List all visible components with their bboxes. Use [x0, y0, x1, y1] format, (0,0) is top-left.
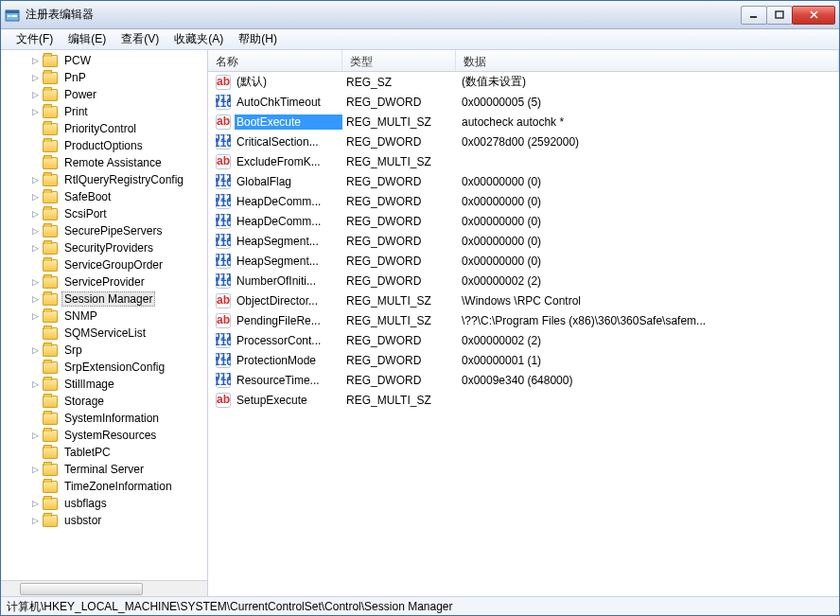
tree-item[interactable]: ▷SafeBoot [5, 188, 207, 205]
tree-item[interactable]: ▷Terminal Server [5, 461, 207, 478]
tree-item[interactable]: SQMServiceList [5, 325, 207, 342]
menu-file[interactable]: 文件(F) [9, 29, 61, 49]
value-data: 0x00000000 (0) [456, 195, 839, 208]
scrollbar-thumb[interactable] [20, 583, 143, 595]
tree-item[interactable]: SrpExtensionConfig [5, 359, 207, 376]
reg-binary-icon [216, 214, 231, 229]
tree-item[interactable]: ▷RtlQueryRegistryConfig [5, 171, 207, 188]
expand-icon[interactable]: ▷ [31, 295, 40, 304]
tree-item[interactable]: TimeZoneInformation [5, 478, 207, 495]
list-row[interactable]: NumberOfIniti...REG_DWORD0x00000002 (2) [208, 271, 839, 290]
column-header-data[interactable]: 数据 [456, 50, 839, 71]
folder-icon [43, 140, 58, 152]
tree-item-label: Print [61, 104, 91, 119]
list-row[interactable]: ResourceTime...REG_DWORD0x0009e340 (6480… [208, 370, 839, 390]
tree-item[interactable]: ▷usbstor [5, 512, 207, 529]
tree-item[interactable]: ServiceGroupOrder [5, 256, 207, 273]
tree-item[interactable]: Remote Assistance [5, 154, 207, 171]
expand-icon[interactable]: ▷ [31, 500, 40, 508]
close-button[interactable] [792, 6, 835, 25]
tree-item[interactable]: ▷Print [5, 103, 207, 120]
expand-icon[interactable]: ▷ [31, 380, 40, 389]
list-row[interactable]: BootExecuteREG_MULTI_SZautocheck autochk… [208, 112, 839, 132]
column-header-name[interactable]: 名称 [208, 50, 342, 71]
maximize-button[interactable] [766, 6, 793, 25]
no-expand-icon [31, 261, 40, 270]
tree-item[interactable]: ▷StillImage [5, 376, 207, 393]
value-type: REG_DWORD [342, 235, 456, 248]
tree-item-label: Terminal Server [61, 462, 147, 477]
expand-icon[interactable]: ▷ [31, 517, 40, 525]
titlebar[interactable]: 注册表编辑器 [1, 1, 839, 29]
expand-icon[interactable]: ▷ [31, 74, 40, 82]
list-row[interactable]: PendingFileRe...REG_MULTI_SZ\??\C:\Progr… [208, 310, 839, 330]
expand-icon[interactable]: ▷ [31, 227, 40, 236]
tree-item[interactable]: ▷SecurityProviders [5, 239, 207, 256]
list-row[interactable]: ObjectDirector...REG_MULTI_SZ\Windows \R… [208, 290, 839, 310]
list-row[interactable]: HeapSegment...REG_DWORD0x00000000 (0) [208, 251, 839, 271]
value-type: REG_MULTI_SZ [342, 115, 456, 129]
tree-item[interactable]: PriorityControl [5, 120, 207, 137]
value-type: REG_DWORD [342, 334, 456, 347]
tree-item[interactable]: ProductOptions [5, 137, 207, 154]
value-name: (默认) [235, 73, 342, 91]
list-row[interactable]: HeapSegment...REG_DWORD0x00000000 (0) [208, 231, 839, 251]
tree-item[interactable]: ▷SystemResources [5, 427, 207, 444]
list-row[interactable]: GlobalFlagREG_DWORD0x00000000 (0) [208, 171, 839, 191]
list-row[interactable]: HeapDeComm...REG_DWORD0x00000000 (0) [208, 211, 839, 231]
expand-icon[interactable]: ▷ [31, 210, 40, 219]
tree-item[interactable]: SystemInformation [5, 410, 207, 427]
tree-item[interactable]: ▷SNMP [5, 308, 207, 325]
tree-horizontal-scrollbar[interactable] [1, 580, 207, 596]
expand-icon[interactable]: ▷ [31, 346, 40, 355]
minimize-button[interactable] [741, 6, 767, 25]
tree-item[interactable]: ▷Power [5, 86, 207, 103]
value-type: REG_DWORD [342, 215, 456, 228]
list-row[interactable]: AutoChkTimeoutREG_DWORD0x00000005 (5) [208, 92, 839, 112]
value-data: 0x00000001 (1) [456, 354, 839, 367]
expand-icon[interactable]: ▷ [31, 193, 40, 202]
list-row[interactable]: CriticalSection...REG_DWORD0x00278d00 (2… [208, 132, 839, 151]
tree-item[interactable]: Storage [5, 393, 207, 410]
tree-item[interactable]: ▷Srp [5, 342, 207, 359]
list-row[interactable]: ProtectionModeREG_DWORD0x00000001 (1) [208, 350, 839, 370]
menu-edit[interactable]: 编辑(E) [61, 29, 114, 49]
folder-icon [43, 464, 58, 476]
folder-icon [43, 72, 58, 84]
tree-item[interactable]: ▷Session Manager [5, 290, 207, 308]
expand-icon[interactable]: ▷ [31, 176, 40, 185]
tree-item[interactable]: ▷usbflags [5, 495, 207, 512]
tree-item[interactable]: TabletPC [5, 444, 207, 461]
tree-item[interactable]: ▷ScsiPort [5, 205, 207, 222]
tree-item[interactable]: ▷ServiceProvider [5, 273, 207, 290]
expand-icon[interactable]: ▷ [31, 466, 40, 474]
expand-icon[interactable]: ▷ [31, 431, 40, 440]
list-row[interactable]: HeapDeComm...REG_DWORD0x00000000 (0) [208, 191, 839, 211]
menu-favorites[interactable]: 收藏夹(A) [166, 29, 231, 49]
menu-help[interactable]: 帮助(H) [231, 29, 285, 49]
expand-icon[interactable]: ▷ [31, 278, 40, 287]
expand-icon[interactable]: ▷ [31, 57, 40, 65]
window-controls [742, 6, 835, 25]
tree-item[interactable]: ▷PCW [5, 52, 207, 69]
list-pane[interactable]: 名称 类型 数据 (默认)REG_SZ(数值未设置)AutoChkTimeout… [208, 50, 839, 596]
expand-icon[interactable]: ▷ [31, 244, 40, 253]
list-row[interactable]: SetupExecuteREG_MULTI_SZ [208, 390, 839, 410]
tree-pane[interactable]: ▷PCW▷PnP▷Power▷PrintPriorityControlProdu… [1, 50, 208, 596]
tree-item[interactable]: ▷PnP [5, 69, 207, 86]
list-row[interactable]: ProcessorCont...REG_DWORD0x00000002 (2) [208, 330, 839, 350]
expand-icon[interactable]: ▷ [31, 91, 40, 99]
reg-binary-icon [216, 174, 231, 189]
value-name: SetupExecute [235, 393, 342, 408]
svg-rect-5 [776, 11, 783, 18]
reg-string-icon [216, 313, 231, 328]
expand-icon[interactable]: ▷ [31, 108, 40, 116]
column-header-type[interactable]: 类型 [342, 50, 456, 71]
tree-item[interactable]: ▷SecurePipeServers [5, 222, 207, 239]
expand-icon[interactable]: ▷ [31, 312, 40, 321]
folder-icon [43, 344, 58, 357]
list-row[interactable]: ExcludeFromK...REG_MULTI_SZ [208, 151, 839, 171]
tree-item-label: ServiceProvider [61, 274, 148, 290]
menu-view[interactable]: 查看(V) [114, 29, 166, 49]
list-row[interactable]: (默认)REG_SZ(数值未设置) [208, 72, 839, 92]
